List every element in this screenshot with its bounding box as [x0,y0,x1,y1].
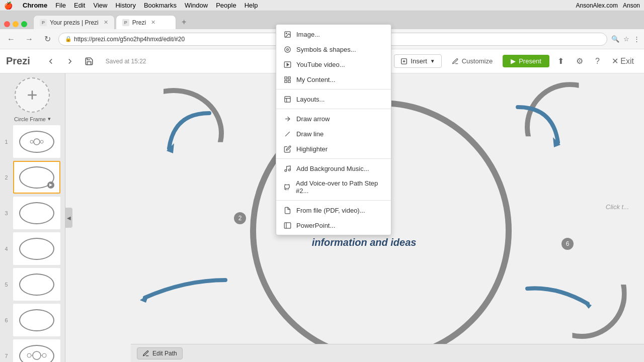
youtube-icon [283,60,291,68]
menu-edit[interactable]: Edit [74,2,85,9]
forward-button[interactable]: → [22,32,36,46]
svg-rect-26 [288,80,290,82]
save-btn[interactable] [83,55,96,68]
menu-window[interactable]: Window [185,2,208,9]
slide-thumb-5[interactable] [13,268,60,301]
menu-item-powerpoint[interactable]: PowerPoint... [276,218,391,233]
svg-rect-34 [284,222,291,228]
menu-divider-3 [276,158,391,159]
menu-right-user: Anson [623,2,640,9]
back-button[interactable]: ← [4,32,18,46]
menu-item-drawarrow[interactable]: Draw arrow [276,111,391,126]
menu-layouts-label: Layouts... [296,96,325,103]
menu-mycontent-label: My Content... [296,76,335,83]
maximize-window-btn[interactable] [21,21,27,27]
insert-button[interactable]: Insert ▼ [394,54,441,68]
svg-point-20 [286,48,288,50]
circle-num-6: 6 [561,238,574,250]
slide-thumb-2[interactable]: ▶ [13,161,60,194]
sidebar-collapse-btn[interactable]: ◀ [65,208,72,228]
menu-view[interactable]: View [93,2,107,9]
more-icon[interactable]: ⋮ [633,35,640,43]
share-icon[interactable]: ⬆ [553,54,568,68]
back-history-btn[interactable] [44,55,57,68]
reload-button[interactable]: ↻ [40,32,54,46]
menu-item-drawline[interactable]: Draw line [276,126,391,141]
insert-dropdown-menu: Image... Symbols & shapes... YouTube vid… [276,24,391,235]
customize-button[interactable]: Customize [446,55,499,67]
click-to-edit-text: Click t... [606,203,629,211]
fromfile-icon [283,206,291,214]
slide-row-6: 6 [5,304,60,336]
edit-path-label: Edit Path [152,350,177,357]
menu-item-highlighter[interactable]: Highlighter [276,141,391,156]
menu-item-bgmusic[interactable]: Add Background Music... [276,161,391,176]
slide-row-3: 3 [5,197,60,229]
bgmusic-icon [283,164,291,172]
add-frame-button[interactable] [15,77,50,113]
minimize-window-btn[interactable] [13,21,19,27]
symbols-icon [283,45,291,53]
apple-menu[interactable]: 🍎 [4,2,13,10]
frame-selector[interactable]: Circle Frame ▾ [14,116,51,122]
tab2-close[interactable]: ✕ [151,19,155,26]
svg-point-5 [34,139,40,145]
insert-icon [400,58,408,65]
menu-divider-2 [276,109,391,109]
tab1-close[interactable]: ✕ [104,19,108,26]
search-icon[interactable]: 🔍 [611,35,619,43]
star-icon[interactable]: ☆ [623,35,629,43]
menu-people[interactable]: People [216,2,236,9]
image-icon [283,30,291,38]
menu-highlighter-label: Highlighter [296,145,328,153]
menu-item-symbols[interactable]: Symbols & shapes... [276,42,391,57]
layouts-icon [283,95,291,103]
lock-icon: 🔒 [65,36,72,42]
tab-your-prezis[interactable]: P Your prezis | Prezi ✕ [33,15,115,29]
sidebar-collapse-icon: ◀ [67,215,71,221]
menu-item-image[interactable]: Image... [276,27,391,42]
slide-thumb-7[interactable] [13,339,60,362]
slide-thumb-3[interactable] [13,197,60,229]
forward-history-btn[interactable] [63,55,76,68]
svg-point-6 [30,140,33,143]
present-button[interactable]: ▶ Present [503,55,549,67]
present-icon: ▶ [511,57,516,65]
drawarrow-icon [283,115,291,123]
slide7-icon [24,347,49,362]
menu-bookmarks[interactable]: Bookmarks [144,2,177,9]
new-tab-button[interactable]: + [177,15,191,29]
menu-history[interactable]: History [115,2,135,9]
help-icon[interactable]: ? [591,55,604,68]
settings-icon[interactable]: ⚙ [572,54,587,68]
svg-line-31 [285,132,290,136]
slide-row-1: 1 [5,125,60,158]
edit-path-button[interactable]: Edit Path [137,347,183,359]
arrow-tr [503,102,563,152]
menu-item-voiceover[interactable]: Add Voice-over to Path Step #2... [276,176,391,198]
exit-icon[interactable]: ✕ Exit [608,54,638,68]
menu-divider-1 [276,89,391,89]
menu-right-website: AnsonAlex.com [576,2,618,9]
menu-image-label: Image... [296,31,320,38]
edit-path-icon [142,350,149,357]
tab2-favicon: P [122,19,129,26]
svg-rect-24 [288,76,290,78]
menu-file[interactable]: File [55,2,66,9]
slide-thumb-1[interactable] [13,125,60,158]
menu-item-youtube[interactable]: YouTube video... [276,57,391,72]
mac-menubar: 🍎 Chrome File Edit View History Bookmark… [0,0,644,11]
address-url: https://prezi.com/g5no2hp4hmxd/edit/#20 [74,36,185,43]
menu-item-layouts[interactable]: Layouts... [276,92,391,107]
tab-prezi[interactable]: P Prezi ✕ [116,15,176,29]
menu-item-mycontent[interactable]: My Content... [276,72,391,87]
menu-help[interactable]: Help [245,2,258,9]
slide-thumb-4[interactable] [13,232,60,265]
svg-point-18 [286,33,287,34]
present-label: Present [519,57,541,65]
close-window-btn[interactable] [4,21,10,27]
menu-bgmusic-label: Add Background Music... [296,165,369,172]
menu-item-fromfile[interactable]: From file (PDF, video)... [276,203,391,218]
slide-thumb-6[interactable] [13,304,60,336]
menu-chrome[interactable]: Chrome [23,2,47,9]
